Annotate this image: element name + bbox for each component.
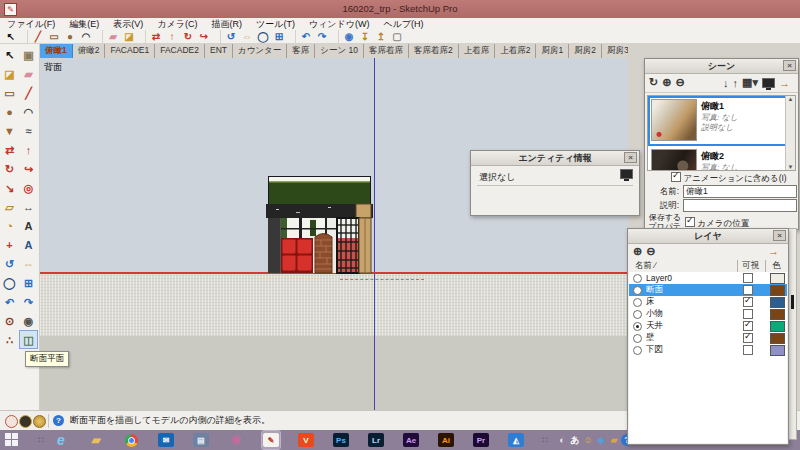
layer-visible-checkbox[interactable]	[743, 309, 753, 319]
scene-tab-上着席[interactable]: 上着席	[459, 44, 496, 58]
lightroom-icon[interactable]: Lr	[367, 431, 385, 449]
layer-visible-checkbox[interactable]	[743, 333, 753, 343]
push-pull-tool[interactable]: ↑	[164, 30, 180, 43]
pan-tool[interactable]: ⇔	[19, 254, 38, 273]
layer-color-swatch[interactable]	[770, 333, 785, 344]
circle-tool[interactable]: ●	[0, 102, 19, 121]
select-tool[interactable]: ↖	[0, 45, 19, 64]
menu-item-ウィンドウ(W)[interactable]: ウィンドウ(W)	[302, 18, 377, 30]
move-tool[interactable]: ⇄	[145, 30, 164, 43]
tray-color-icon[interactable]: ☺	[582, 434, 594, 446]
add-scene-icon[interactable]: ⊕	[662, 76, 671, 89]
layer-current-radio[interactable]	[633, 310, 642, 319]
scene-tab-厨房3[interactable]: 厨房3	[602, 44, 628, 58]
scene-tab-客席着席2[interactable]: 客席着席2	[409, 44, 459, 58]
component-box-icon[interactable]: ▢	[389, 30, 405, 43]
move-scene-down-icon[interactable]: ↓	[723, 77, 729, 89]
circle-tool[interactable]: ●	[62, 30, 78, 43]
photo-viewer-icon[interactable]: ◭	[507, 431, 525, 449]
move-tool[interactable]: ⇄	[0, 140, 19, 159]
paint-bucket-tool[interactable]: ◪	[121, 30, 137, 43]
tray-gold-icon[interactable]: ▰	[608, 434, 620, 446]
internet-explorer-icon[interactable]: e	[52, 431, 70, 449]
zoom-extents-tool[interactable]: ⊞	[19, 273, 38, 292]
polygon-tool[interactable]: ▼	[0, 121, 19, 140]
eraser-tool[interactable]: ▰	[102, 30, 121, 43]
3d-text-tool[interactable]: A	[19, 235, 38, 254]
camera-position-checkbox[interactable]	[685, 217, 695, 227]
arc-tool[interactable]: ◠	[78, 30, 94, 43]
section-plane-tool[interactable]: ◫	[19, 330, 38, 349]
layer-color-swatch[interactable]	[770, 345, 785, 356]
model-status-icon[interactable]	[33, 415, 46, 428]
taskbar-grip[interactable]: ∷	[38, 431, 44, 449]
layer-color-swatch[interactable]	[770, 297, 785, 308]
scene-tab-俯瞰1[interactable]: 俯瞰1	[40, 44, 73, 58]
make-component-tool[interactable]: ▣	[19, 45, 38, 64]
help-icon[interactable]: ?	[53, 415, 64, 426]
menu-item-表示(V)[interactable]: 表示(V)	[106, 18, 150, 30]
layer-visible-checkbox[interactable]	[743, 321, 753, 331]
layer-visible-checkbox[interactable]	[743, 297, 753, 307]
zoom-tool[interactable]: ◯	[255, 30, 271, 43]
mail-icon[interactable]: ✉	[157, 431, 175, 449]
taskbar-grip-2[interactable]: ∷	[542, 431, 548, 449]
arc-tool[interactable]: ◠	[19, 102, 38, 121]
eraser-tool[interactable]: ▰	[19, 64, 38, 83]
line-tool[interactable]: ╱	[19, 83, 38, 102]
illustrator-icon[interactable]: Ai	[437, 431, 455, 449]
details-arrow-icon[interactable]: →	[779, 77, 790, 89]
file-explorer-icon[interactable]: ▰	[87, 431, 105, 449]
previous-view-tool[interactable]: ↶	[295, 30, 314, 43]
scene-tab-カウンター[interactable]: カウンター	[233, 44, 287, 58]
orbit-tool[interactable]: ↺	[0, 254, 19, 273]
look-around-tool[interactable]: ◉	[19, 311, 38, 330]
ime-mode-icon[interactable]: あ	[569, 434, 581, 446]
layer-current-radio[interactable]	[633, 346, 642, 355]
rotate-tool[interactable]: ↻	[0, 159, 19, 178]
scene-tab-FACADE2[interactable]: FACADE2	[155, 44, 205, 58]
model-3d[interactable]	[268, 176, 371, 273]
layer-row-壁[interactable]: 壁	[629, 332, 787, 344]
next-view-tool[interactable]: ↷	[314, 30, 330, 43]
scale-tool[interactable]: ↘	[0, 178, 19, 197]
animation-checkbox[interactable]	[671, 172, 681, 182]
layer-visible-checkbox[interactable]	[743, 285, 753, 295]
vray-icon[interactable]: V	[297, 431, 315, 449]
previous-view-tool[interactable]: ↶	[0, 292, 19, 311]
scene-desc-field[interactable]	[683, 199, 797, 212]
update-scene-icon[interactable]: ↻	[649, 76, 658, 89]
menu-item-ヘルプ(H)[interactable]: ヘルプ(H)	[376, 18, 430, 30]
close-icon[interactable]: ×	[783, 60, 796, 71]
menu-item-描画(R)[interactable]: 描画(R)	[204, 18, 249, 30]
layer-row-下図[interactable]: 下図	[629, 344, 787, 356]
slideshow-icon[interactable]	[762, 78, 775, 88]
notes-app-icon[interactable]: ▤	[192, 431, 210, 449]
layer-current-radio[interactable]	[633, 286, 642, 295]
layer-details-arrow-icon[interactable]: →	[768, 245, 779, 257]
menu-item-編集(E)[interactable]: 編集(E)	[62, 18, 106, 30]
paint-bucket-tool[interactable]: ◪	[0, 64, 19, 83]
menu-item-カメラ(C)[interactable]: カメラ(C)	[150, 18, 204, 30]
follow-me-tool[interactable]: ↪	[196, 30, 212, 43]
tray-blue-icon[interactable]: ◆	[595, 434, 607, 446]
get-models-icon[interactable]: ↧	[357, 30, 373, 43]
close-icon[interactable]: ×	[624, 152, 637, 163]
chrome-icon[interactable]	[122, 431, 140, 449]
after-effects-icon[interactable]: Ae	[402, 431, 420, 449]
sketchup-icon[interactable]: ✎	[262, 431, 280, 449]
tape-measure-tool[interactable]: ▱	[0, 197, 19, 216]
layer-row-床[interactable]: 床	[629, 296, 787, 308]
protractor-tool[interactable]: ◔	[0, 216, 19, 235]
layer-current-radio[interactable]	[633, 274, 642, 283]
remove-layer-icon[interactable]: ⊖	[646, 245, 655, 258]
scrollbar-thumb[interactable]	[791, 295, 794, 309]
move-scene-up-icon[interactable]: ↑	[733, 77, 739, 89]
scene-tab-客席着席[interactable]: 客席着席	[364, 44, 409, 58]
premiere-icon[interactable]: Pr	[472, 431, 490, 449]
zoom-window-tool[interactable]: ⊞	[271, 30, 287, 43]
layer-row-天井[interactable]: 天井	[629, 320, 787, 332]
layer-visible-checkbox[interactable]	[743, 273, 753, 283]
menu-item-ファイル(F)[interactable]: ファイル(F)	[0, 18, 62, 30]
geolocation-status-icon[interactable]	[5, 415, 18, 428]
